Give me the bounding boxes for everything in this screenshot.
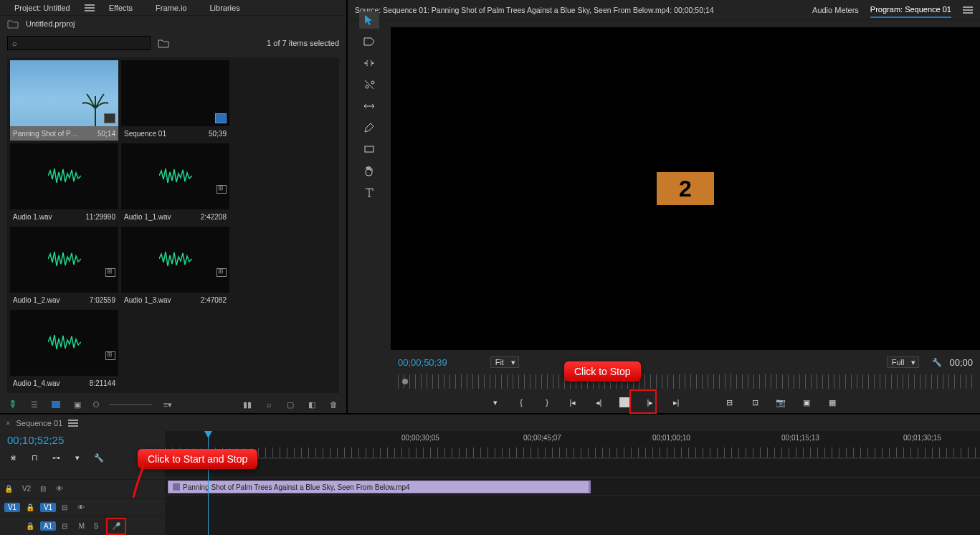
icon-view-icon[interactable]: [50, 399, 62, 410]
ripple-edit-tool[interactable]: [359, 55, 379, 72]
solo-button[interactable]: S: [92, 522, 100, 530]
zoom-slider-track[interactable]: [109, 404, 152, 405]
close-tab-icon[interactable]: ×: [6, 419, 10, 427]
subclip-icon: [217, 185, 227, 194]
trash-icon[interactable]: 🗑: [328, 399, 339, 410]
tab-audio-meters[interactable]: Audio Meters: [812, 6, 859, 14]
track-v1-lane[interactable]: Panning Shot of Palm Trees Against a Blu…: [165, 477, 980, 496]
comparison-icon[interactable]: ▣: [800, 396, 813, 409]
media-item-audio[interactable]: Audio 1.wav11:29990: [10, 143, 118, 224]
timeline-timecode[interactable]: 00;10;52;25: [0, 431, 165, 449]
mark-in-icon[interactable]: ▾: [489, 396, 502, 409]
media-item-audio[interactable]: Audio 1_1.wav2:42208: [121, 143, 229, 224]
search-box[interactable]: ⌕: [7, 36, 151, 50]
tab-source[interactable]: Source: Sequence 01: Panning Shot of Pal…: [355, 6, 714, 14]
marker-icon[interactable]: ▾: [72, 452, 83, 463]
tab-effects[interactable]: Effects: [100, 4, 141, 12]
out-point-icon[interactable]: }: [541, 396, 553, 409]
hand-tool[interactable]: [359, 162, 379, 179]
mute-button[interactable]: M: [77, 522, 86, 530]
tab-program[interactable]: Program: Sequence 01: [870, 5, 951, 18]
slip-tool[interactable]: [359, 98, 379, 115]
timeline-ruler[interactable]: 00;00;30;05 00;00;45;07 00;01;00;10 00;0…: [165, 431, 980, 458]
track-target-a1[interactable]: A1: [40, 521, 56, 531]
scrubber-playhead[interactable]: [402, 379, 408, 384]
lock-icon[interactable]: 🔒: [26, 522, 34, 530]
linked-selection-icon[interactable]: ⊶: [50, 452, 62, 463]
track-target-v1[interactable]: V1: [40, 503, 56, 512]
tab-frameio[interactable]: Frame.io: [147, 4, 195, 12]
timeline-playhead[interactable]: [208, 431, 209, 535]
panel-menu-icon[interactable]: [68, 420, 78, 427]
sync-lock-icon[interactable]: ⊟: [40, 485, 50, 493]
media-item-audio[interactable]: Audio 1_3.wav2:47082: [121, 227, 229, 307]
sort-icon[interactable]: ≡▾: [162, 399, 173, 410]
track-a1-lane[interactable]: [165, 496, 980, 514]
media-item-audio[interactable]: Audio 1_2.wav7:02559: [10, 227, 118, 307]
project-panel: Project: Untitled Effects Frame.io Libra…: [0, 0, 348, 413]
button-editor-icon[interactable]: ▦: [826, 396, 839, 409]
program-timecode[interactable]: 00;00;50;39: [398, 357, 447, 368]
annotation-callout-stop: Click to Stop: [564, 361, 641, 382]
lift-icon[interactable]: ⊟: [723, 396, 736, 409]
audio-wave-icon: [159, 165, 192, 188]
video-type-icon: [104, 113, 115, 123]
track-v2-lane[interactable]: [165, 458, 980, 477]
track-select-tool[interactable]: [359, 33, 379, 50]
rectangle-tool[interactable]: [359, 141, 379, 158]
panel-menu-icon[interactable]: [85, 4, 95, 11]
sync-lock-icon[interactable]: ⊟: [62, 503, 72, 511]
media-duration: 8:21144: [90, 379, 115, 387]
insert-mode-icon[interactable]: ⋇: [7, 452, 19, 463]
track-label-v2[interactable]: V2: [19, 484, 34, 493]
go-to-in-icon[interactable]: |◂: [566, 396, 579, 409]
selection-tool[interactable]: [359, 11, 379, 29]
media-item-audio[interactable]: Audio 1_4.wav8:21144: [10, 310, 118, 390]
play-button[interactable]: |▸: [644, 396, 657, 409]
snap-icon[interactable]: ⊓: [29, 452, 40, 463]
program-scrubber[interactable]: [398, 374, 973, 389]
sync-lock-icon[interactable]: ⊟: [62, 522, 72, 530]
track-source-v1[interactable]: V1: [4, 503, 20, 512]
step-back-icon[interactable]: ◂|: [592, 396, 605, 409]
video-clip[interactable]: Panning Shot of Palm Trees Against a Blu…: [168, 480, 591, 493]
audio-wave-icon: [48, 165, 81, 188]
panel-menu-icon[interactable]: [963, 6, 973, 14]
tab-project[interactable]: Project: Untitled: [6, 4, 79, 12]
search-input[interactable]: [17, 39, 146, 47]
pen-tool[interactable]: [359, 119, 379, 136]
type-tool[interactable]: [359, 184, 379, 201]
settings-wrench-icon[interactable]: 🔧: [93, 452, 105, 463]
extract-icon[interactable]: ⊡: [748, 396, 761, 409]
list-view-icon[interactable]: ☰: [29, 399, 40, 410]
resolution-select[interactable]: Full: [887, 356, 920, 368]
stop-button[interactable]: [618, 396, 631, 409]
razor-tool[interactable]: [359, 76, 379, 93]
settings-wrench-icon[interactable]: 🔧: [932, 358, 942, 367]
zoom-fit-select[interactable]: Fit: [490, 356, 519, 368]
media-item-video[interactable]: Panning Shot of P…50;14: [10, 60, 118, 141]
lock-icon[interactable]: 🔒: [4, 485, 13, 493]
toggle-output-icon[interactable]: 👁: [56, 485, 63, 493]
new-item-icon[interactable]: ◧: [306, 399, 318, 410]
new-bin-icon[interactable]: ▢: [285, 399, 296, 410]
tab-libraries[interactable]: Libraries: [201, 4, 249, 12]
zoom-slider-handle[interactable]: [93, 402, 99, 407]
toggle-output-icon[interactable]: 👁: [77, 503, 85, 511]
clip-trim-handle[interactable]: [589, 481, 591, 493]
write-icon[interactable]: ✎: [5, 397, 22, 413]
voice-over-record-button[interactable]: 🎤: [111, 521, 121, 531]
go-to-out-icon[interactable]: ▸|: [670, 396, 682, 409]
find-icon[interactable]: ⌕: [263, 399, 275, 410]
freeform-view-icon[interactable]: ▣: [72, 399, 83, 410]
media-item-sequence[interactable]: Sequence 0150;39: [121, 60, 229, 141]
new-bin-icon[interactable]: [158, 38, 169, 48]
tab-sequence[interactable]: Sequence 01: [16, 419, 62, 427]
media-name: Audio 1_2.wav: [13, 296, 60, 304]
timeline-tracks-area[interactable]: 00;00;30;05 00;00;45;07 00;01;00;10 00;0…: [165, 431, 980, 535]
export-frame-icon[interactable]: 📷: [774, 396, 787, 409]
in-point-icon[interactable]: {: [515, 396, 528, 409]
program-monitor[interactable]: 2: [391, 27, 980, 350]
lock-icon[interactable]: 🔒: [26, 503, 34, 511]
automate-icon[interactable]: ▮▮: [242, 399, 253, 410]
